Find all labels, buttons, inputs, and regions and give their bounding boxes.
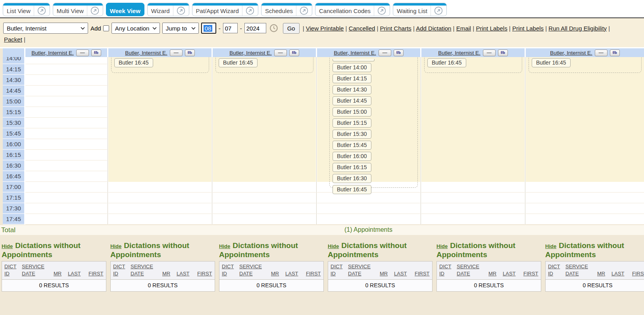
open-new-window-icon[interactable]: [246, 6, 254, 15]
time-slot-16-00[interactable]: [213, 139, 316, 150]
time-slot-14-45[interactable]: [25, 86, 107, 96]
column-header-link[interactable]: FIRST: [88, 270, 104, 278]
time-slot-14-30[interactable]: [25, 75, 107, 86]
time-slot-17-00[interactable]: [25, 182, 107, 193]
time-slot-17-30[interactable]: [108, 203, 211, 214]
appointment-button-butler-15-45[interactable]: Butler 15:45: [333, 141, 371, 150]
link-cancelled[interactable]: Cancelled: [349, 25, 375, 32]
time-slot-17-15[interactable]: [317, 193, 420, 203]
time-slot-15-00[interactable]: [421, 96, 525, 107]
appointment-button-butler-16-45[interactable]: Butler 16:45: [427, 58, 466, 67]
go-button[interactable]: Go: [283, 23, 300, 34]
hide-link[interactable]: Hide: [328, 243, 339, 249]
provider-select[interactable]: Butler, Internist: [3, 23, 88, 34]
collapse-button[interactable]: —: [170, 50, 183, 56]
column-header-link[interactable]: ID: [113, 270, 118, 278]
column-header-link[interactable]: ID: [222, 270, 227, 278]
time-slot-14-30[interactable]: [421, 75, 525, 86]
time-slot-15-45[interactable]: [108, 128, 211, 139]
collapse-button[interactable]: —: [379, 50, 391, 56]
open-new-window-icon[interactable]: [377, 6, 386, 15]
date-month-input[interactable]: 08: [201, 23, 216, 34]
time-slot-14-45[interactable]: [213, 86, 316, 96]
time-slot-17-45[interactable]: [108, 214, 211, 225]
column-header-link[interactable]: MR: [380, 270, 388, 278]
tab-schedules[interactable]: Schedules: [261, 3, 312, 16]
column-header-link[interactable]: ID: [331, 270, 336, 278]
column-header-link[interactable]: LAST: [503, 270, 516, 278]
jump-to-select[interactable]: Jump to: [162, 23, 199, 34]
time-slot-15-00[interactable]: [213, 96, 316, 107]
time-slot-17-00[interactable]: [526, 182, 644, 193]
tab-cancellation-codes[interactable]: Cancellation Codes: [315, 3, 390, 16]
time-slot-14-00[interactable]: [25, 57, 107, 64]
link-email[interactable]: Email: [456, 25, 471, 32]
provider-link[interactable]: Butler, Internist E.: [229, 50, 272, 56]
time-slot-15-15[interactable]: [526, 107, 644, 118]
appointment-button-butler-16-30[interactable]: Butler 16:30: [333, 174, 371, 183]
time-slot-16-00[interactable]: [526, 139, 644, 150]
appointment-button-butler-14-30[interactable]: Butler 14:30: [333, 85, 371, 94]
time-slot-16-15[interactable]: [213, 150, 316, 160]
time-slot-17-45[interactable]: [317, 214, 420, 225]
time-slot-15-00[interactable]: [25, 96, 107, 107]
tab-list-view[interactable]: List View: [3, 3, 50, 16]
provider-link[interactable]: Butler, Internist E.: [550, 50, 592, 56]
appointment-button-butler-14-15[interactable]: Butler 14:15: [333, 74, 371, 83]
forward-back-button[interactable]: f/b: [91, 50, 101, 56]
column-header-link[interactable]: SERVICE: [348, 263, 371, 271]
column-header-link[interactable]: DICT: [113, 263, 125, 271]
column-header-link[interactable]: DICT: [439, 263, 451, 271]
open-new-window-icon[interactable]: [90, 6, 99, 15]
forward-back-button[interactable]: f/b: [289, 50, 299, 56]
location-select[interactable]: Any Location: [111, 23, 160, 34]
column-header-link[interactable]: DICT: [4, 263, 16, 271]
time-slot-15-15[interactable]: [421, 107, 525, 118]
time-slot-17-15[interactable]: [108, 193, 211, 203]
appointment-button-clipped[interactable]: [333, 59, 375, 61]
hide-link[interactable]: Hide: [2, 243, 13, 249]
appointment-button-butler-15-00[interactable]: Butler 15:00: [333, 107, 371, 116]
time-slot-15-15[interactable]: [108, 107, 211, 118]
link-view-printable[interactable]: View Printable: [306, 25, 344, 32]
appointment-button-butler-14-00[interactable]: Butler 14:00: [333, 63, 371, 72]
time-slot-15-30[interactable]: [108, 118, 211, 128]
time-slot-15-00[interactable]: [108, 96, 211, 107]
time-slot-16-30[interactable]: [108, 160, 211, 171]
hide-link[interactable]: Hide: [545, 243, 556, 249]
open-new-window-icon[interactable]: [300, 6, 308, 15]
link-run-all-drug-eligibility[interactable]: Run All Drug Eligibility: [548, 25, 607, 32]
column-header-link[interactable]: MR: [54, 270, 62, 278]
time-slot-17-45[interactable]: [25, 214, 107, 225]
time-slot-15-15[interactable]: [213, 107, 316, 118]
link-add-dictation[interactable]: Add Dictation: [416, 25, 451, 32]
column-header-link[interactable]: SERVICE: [131, 263, 153, 271]
date-year-input[interactable]: 2024: [244, 23, 266, 33]
time-slot-16-00[interactable]: [421, 139, 525, 150]
column-header-link[interactable]: DATE: [22, 270, 35, 278]
appointment-button-butler-16-15[interactable]: Butler 16:15: [333, 163, 371, 172]
time-slot-17-15[interactable]: [213, 193, 316, 203]
hide-link[interactable]: Hide: [219, 243, 230, 249]
column-header-link[interactable]: LAST: [68, 270, 81, 278]
tab-pat-appt-wizard[interactable]: Pat/Appt Wizard: [192, 3, 258, 16]
column-header-link[interactable]: DATE: [239, 270, 253, 278]
column-header-link[interactable]: FIRST: [632, 270, 644, 278]
tab-week-view[interactable]: Week View: [106, 3, 144, 16]
appointment-button-butler-16-45[interactable]: Butler 16:45: [333, 185, 371, 194]
time-slot-15-30[interactable]: [213, 118, 316, 128]
time-slot-17-00[interactable]: [108, 182, 211, 193]
column-header-link[interactable]: LAST: [177, 270, 190, 278]
time-slot-16-45[interactable]: [25, 171, 107, 182]
time-slot-16-15[interactable]: [421, 150, 525, 160]
link-print-labels[interactable]: Print Labels: [476, 25, 507, 32]
time-slot-14-30[interactable]: [213, 75, 316, 86]
time-slot-14-15[interactable]: [25, 64, 107, 75]
appointment-button-butler-16-00[interactable]: Butler 16:00: [333, 152, 371, 161]
time-slot-14-45[interactable]: [108, 86, 211, 96]
time-slot-15-15[interactable]: [25, 107, 107, 118]
time-slot-17-30[interactable]: [421, 203, 525, 214]
column-header-link[interactable]: MR: [597, 270, 605, 278]
date-day-input[interactable]: 07: [223, 23, 238, 33]
time-slot-17-15[interactable]: [526, 193, 644, 203]
